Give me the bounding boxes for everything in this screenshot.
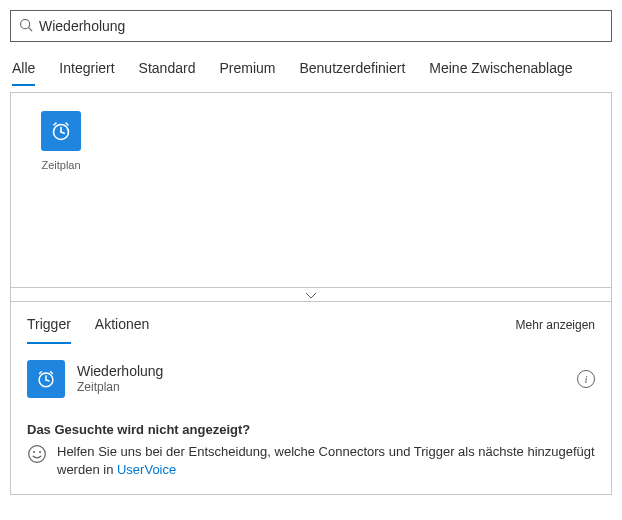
trigger-item-wiederholung[interactable]: Wiederholung Zeitplan i [27, 358, 595, 400]
footer-block: Das Gesuchte wird nicht angezeigt? Helfe… [27, 422, 595, 478]
svg-point-8 [29, 446, 46, 463]
chevron-down-icon [305, 287, 317, 303]
info-icon[interactable]: i [577, 370, 595, 388]
tab-all[interactable]: Alle [12, 56, 35, 86]
search-input[interactable] [39, 18, 603, 34]
sub-tabs: Trigger Aktionen [27, 316, 149, 344]
connector-label: Zeitplan [41, 159, 80, 171]
uservoice-link[interactable]: UserVoice [117, 462, 176, 477]
svg-line-1 [29, 27, 33, 31]
smiley-icon [27, 444, 47, 464]
trigger-text: Wiederholung Zeitplan [77, 362, 565, 396]
tab-standard[interactable]: Standard [139, 56, 196, 86]
expand-toggle[interactable] [10, 288, 612, 302]
clock-icon [27, 360, 65, 398]
svg-line-7 [46, 380, 49, 381]
footer-text: Helfen Sie uns bei der Entscheidung, wel… [57, 443, 595, 478]
category-tabs: Alle Integriert Standard Premium Benutze… [10, 56, 612, 86]
search-box[interactable] [10, 10, 612, 42]
subtab-trigger[interactable]: Trigger [27, 316, 71, 344]
subtab-actions[interactable]: Aktionen [95, 316, 149, 344]
svg-point-10 [39, 451, 41, 453]
tab-custom[interactable]: Benutzerdefiniert [299, 56, 405, 86]
search-icon [19, 18, 33, 35]
tab-premium[interactable]: Premium [219, 56, 275, 86]
tab-builtin[interactable]: Integriert [59, 56, 114, 86]
clock-icon [41, 111, 81, 151]
svg-point-0 [21, 19, 30, 28]
show-more-link[interactable]: Mehr anzeigen [516, 316, 595, 332]
trigger-title: Wiederholung [77, 362, 565, 380]
svg-point-9 [33, 451, 35, 453]
footer-heading: Das Gesuchte wird nicht angezeigt? [27, 422, 595, 437]
trigger-subtitle: Zeitplan [77, 380, 565, 396]
tab-clipboard[interactable]: Meine Zwischenablage [429, 56, 572, 86]
svg-line-4 [61, 132, 64, 133]
connector-zeitplan[interactable]: Zeitplan [31, 111, 91, 171]
details-panel: Trigger Aktionen Mehr anzeigen Wiederhol… [10, 302, 612, 495]
connectors-panel: Zeitplan [10, 92, 612, 288]
